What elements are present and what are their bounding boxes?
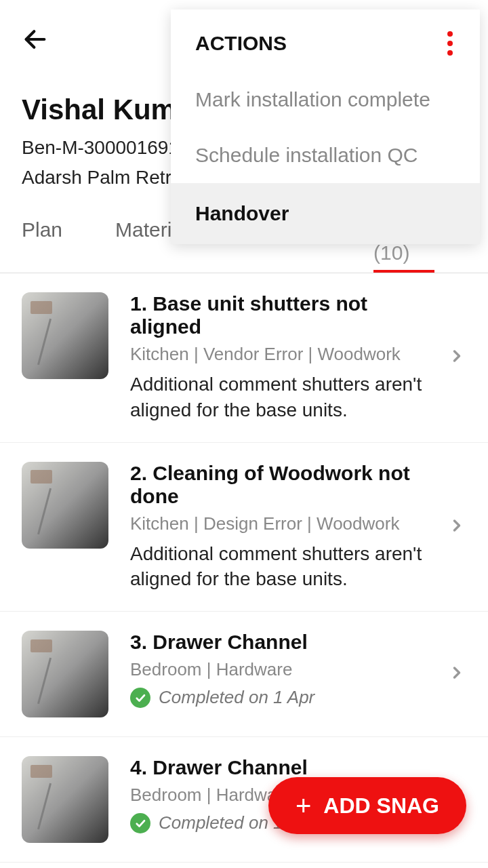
snag-thumbnail	[22, 631, 108, 717]
back-button[interactable]	[22, 26, 49, 56]
snag-item[interactable]: 5. Base unit shutters not aligned	[0, 863, 488, 868]
back-arrow-icon	[22, 26, 49, 56]
action-handover[interactable]: Handover	[171, 183, 480, 244]
snag-completed-text: Completed on 1 Apr	[159, 687, 314, 708]
snag-meta: Bedroom | Hardware	[130, 659, 439, 680]
chevron-right-icon	[447, 347, 466, 368]
snag-item[interactable]: 1. Base unit shutters not aligned Kitche…	[0, 273, 488, 443]
snag-thumbnail	[22, 756, 108, 843]
snag-thumbnail	[22, 292, 108, 379]
snag-meta: Kitchen | Vendor Error | Woodwork	[130, 344, 439, 365]
snag-item[interactable]: 3. Drawer Channel Bedroom | Hardware Com…	[0, 612, 488, 737]
fab-label: ADD SNAG	[323, 793, 439, 818]
tab-plan[interactable]: Plan	[22, 213, 62, 273]
plus-icon: +	[296, 792, 311, 819]
snag-thumbnail	[22, 462, 108, 549]
actions-title: ACTIONS	[195, 32, 287, 55]
tab-snags-count: (10)	[373, 241, 409, 264]
snag-title: 1. Base unit shutters not aligned	[130, 292, 439, 338]
check-icon	[130, 813, 150, 833]
snag-title: 4. Drawer Channel	[130, 756, 439, 779]
snag-title: 2. Cleaning of Woodwork not done	[130, 462, 439, 508]
add-snag-button[interactable]: + ADD SNAG	[268, 777, 466, 834]
action-schedule-qc[interactable]: Schedule installation QC	[171, 127, 480, 183]
actions-menu: ACTIONS Mark installation complete Sched…	[171, 9, 480, 244]
snag-item[interactable]: 2. Cleaning of Woodwork not done Kitchen…	[0, 443, 488, 612]
check-icon	[130, 688, 150, 708]
snag-meta: Kitchen | Design Error | Woodwork	[130, 513, 439, 534]
chevron-right-icon	[447, 663, 466, 685]
snag-title: 3. Drawer Channel	[130, 631, 439, 654]
action-mark-complete[interactable]: Mark installation complete	[171, 72, 480, 127]
more-icon[interactable]	[445, 28, 455, 58]
chevron-right-icon	[447, 516, 466, 538]
snag-description: Additional comment shutters aren't align…	[130, 541, 439, 593]
snag-description: Additional comment shutters aren't align…	[130, 372, 439, 423]
